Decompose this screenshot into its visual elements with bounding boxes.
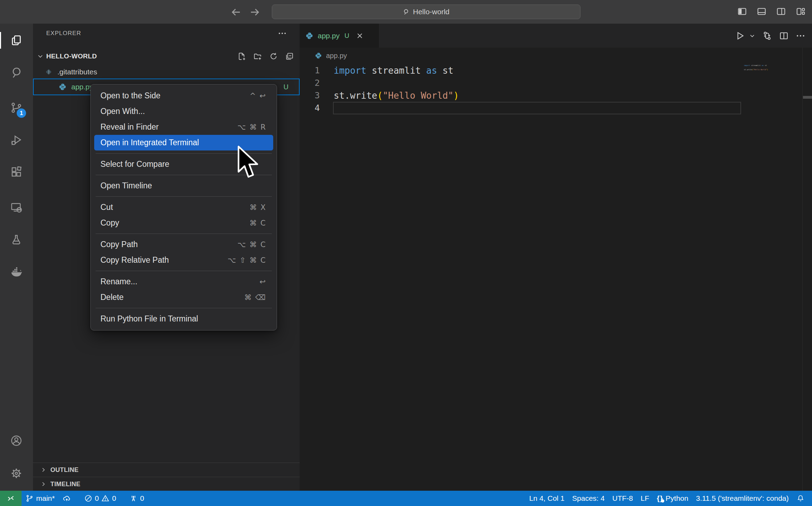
code-area[interactable]: import streamlit as stst.write("Hello Wo… bbox=[334, 64, 741, 114]
line-number: 3 bbox=[300, 89, 320, 102]
menu-item-label: Open in Integrated Terminal bbox=[100, 138, 199, 147]
menu-item-label: Open Timeline bbox=[100, 181, 152, 190]
workspace-name: HELLO-WORLD bbox=[46, 52, 97, 60]
timeline-pane-header[interactable]: TIMELINE bbox=[33, 477, 300, 491]
close-icon[interactable] bbox=[356, 32, 364, 40]
activity-search[interactable] bbox=[8, 64, 25, 81]
encoding[interactable]: UTF-8 bbox=[608, 491, 637, 506]
menu-item-cut[interactable]: Cut⌘ X bbox=[91, 199, 277, 215]
customize-layout-icon[interactable] bbox=[795, 6, 806, 17]
outline-label: OUTLINE bbox=[50, 466, 79, 474]
open-changes-icon[interactable] bbox=[762, 31, 772, 41]
refresh-icon[interactable] bbox=[269, 52, 278, 61]
toggle-panel-icon[interactable] bbox=[756, 6, 767, 17]
activity-explorer[interactable] bbox=[8, 32, 25, 49]
git-branch-icon bbox=[25, 494, 34, 503]
code-line-3[interactable]: st.write("Hello World") bbox=[334, 89, 741, 102]
menu-item-open-to-the-side[interactable]: Open to the Side^ ↩ bbox=[91, 88, 277, 104]
language-braces-icon: {} bbox=[657, 494, 663, 503]
menu-separator bbox=[96, 196, 272, 197]
chevron-right-icon bbox=[40, 466, 47, 473]
status-bar: main* 0 0 0 Ln 4, Col 1 Spaces: 4 UTF-8 … bbox=[0, 491, 812, 506]
menu-item-shortcut: ⌘ X bbox=[250, 203, 266, 212]
overview-ruler-cursor-marker[interactable] bbox=[803, 96, 812, 99]
activity-testing[interactable] bbox=[8, 231, 25, 248]
menu-item-label: Rename... bbox=[100, 277, 137, 286]
sync-changes-button[interactable] bbox=[59, 491, 75, 506]
python-interpreter[interactable]: 3.11.5 ('streamlitenv': conda) bbox=[692, 491, 793, 506]
menu-item-delete[interactable]: Delete⌘ ⌫ bbox=[91, 289, 277, 305]
menu-item-copy-path[interactable]: Copy Path⌥ ⌘ C bbox=[91, 237, 277, 252]
menu-item-reveal-in-finder[interactable]: Reveal in Finder⌥ ⌘ R bbox=[91, 119, 277, 135]
minimap-line: st.write("Hello World") bbox=[744, 67, 768, 72]
arrow-left-icon bbox=[229, 6, 243, 19]
toggle-secondary-sidebar-icon[interactable] bbox=[776, 6, 786, 17]
breadcrumb[interactable]: app.py bbox=[300, 48, 812, 64]
arrow-right-icon bbox=[248, 6, 261, 19]
menu-item-open-with[interactable]: Open With... bbox=[91, 104, 277, 119]
workspace-section-header[interactable]: HELLO-WORLD bbox=[33, 49, 300, 64]
error-count: 0 bbox=[95, 494, 99, 503]
eol-sequence[interactable]: LF bbox=[637, 491, 653, 506]
run-dropdown-chevron-icon[interactable] bbox=[749, 32, 756, 39]
cursor-position[interactable]: Ln 4, Col 1 bbox=[525, 491, 568, 506]
ports-indicator[interactable]: 0 bbox=[125, 491, 148, 506]
activity-extensions[interactable] bbox=[8, 163, 25, 180]
toggle-sidebar-icon[interactable] bbox=[737, 6, 747, 17]
language-mode[interactable]: {} Python bbox=[653, 491, 692, 506]
new-folder-icon[interactable] bbox=[253, 52, 262, 61]
minimap[interactable]: import streamlit as stst.write("Hello Wo… bbox=[744, 63, 768, 72]
errors-icon bbox=[84, 494, 92, 503]
menu-item-rename[interactable]: Rename...↩ bbox=[91, 274, 277, 289]
menu-item-run-python-file-in-terminal[interactable]: Run Python File in Terminal bbox=[91, 311, 277, 327]
code-line-4[interactable] bbox=[333, 102, 741, 114]
line-number: 4 bbox=[300, 102, 320, 114]
status-left: main* 0 0 0 bbox=[22, 491, 148, 506]
active-view-indicator bbox=[0, 32, 1, 49]
settings-button[interactable] bbox=[8, 465, 25, 482]
tab-label: app.py bbox=[318, 32, 340, 40]
command-center-search[interactable]: Hello-world bbox=[272, 5, 580, 19]
activity-docker[interactable] bbox=[8, 263, 25, 280]
code-line-1[interactable]: import streamlit as st bbox=[334, 64, 741, 77]
explorer-title: EXPLORER bbox=[46, 30, 81, 37]
more-actions-icon[interactable] bbox=[277, 28, 287, 38]
menu-item-label: Open With... bbox=[100, 107, 145, 116]
accounts-button[interactable] bbox=[8, 432, 25, 449]
nav-forward-button[interactable] bbox=[248, 6, 261, 18]
menu-item-copy[interactable]: Copy⌘ C bbox=[91, 215, 277, 231]
title-bar: Hello-world bbox=[0, 0, 812, 24]
chevron-right-icon bbox=[40, 481, 47, 488]
menu-item-shortcut: ⌘ ⌫ bbox=[244, 293, 266, 302]
activity-remote-explorer[interactable] bbox=[8, 199, 25, 216]
tab-apppy[interactable]: app.py U bbox=[300, 24, 379, 48]
timeline-label: TIMELINE bbox=[50, 481, 80, 488]
explorer-header: EXPLORER bbox=[33, 24, 300, 43]
run-file-icon[interactable] bbox=[735, 31, 745, 41]
remote-indicator[interactable] bbox=[0, 491, 22, 506]
indentation[interactable]: Spaces: 4 bbox=[568, 491, 608, 506]
menu-item-shortcut: ⌘ C bbox=[250, 219, 266, 227]
git-status-badge: U bbox=[284, 83, 289, 91]
python-file-icon bbox=[306, 32, 313, 40]
split-editor-icon[interactable] bbox=[779, 31, 789, 41]
notifications-button[interactable] bbox=[793, 491, 809, 506]
nav-back-button[interactable] bbox=[229, 6, 243, 18]
outline-pane-header[interactable]: OUTLINE bbox=[33, 463, 300, 477]
activity-run-debug[interactable] bbox=[8, 132, 25, 148]
ports-count: 0 bbox=[140, 494, 144, 503]
code-line-2[interactable] bbox=[334, 77, 741, 89]
menu-item-copy-relative-path[interactable]: Copy Relative Path⌥ ⇧ ⌘ C bbox=[91, 252, 277, 268]
more-actions-icon[interactable] bbox=[795, 31, 806, 41]
new-file-icon[interactable] bbox=[237, 52, 246, 61]
menu-item-label: Select for Compare bbox=[100, 160, 169, 169]
problems-indicator[interactable]: 0 0 bbox=[80, 491, 120, 506]
menu-item-shortcut: ⌥ ⌘ C bbox=[237, 240, 266, 249]
file-row-gitattributes[interactable]: .gitattributes bbox=[33, 65, 300, 79]
account-icon bbox=[10, 434, 23, 447]
breadcrumb-file: app.py bbox=[326, 52, 347, 60]
docker-whale-icon bbox=[10, 266, 23, 278]
collapse-all-icon[interactable] bbox=[285, 52, 294, 61]
vscode-window: Hello-world bbox=[0, 0, 812, 506]
branch-indicator[interactable]: main* bbox=[22, 491, 59, 506]
